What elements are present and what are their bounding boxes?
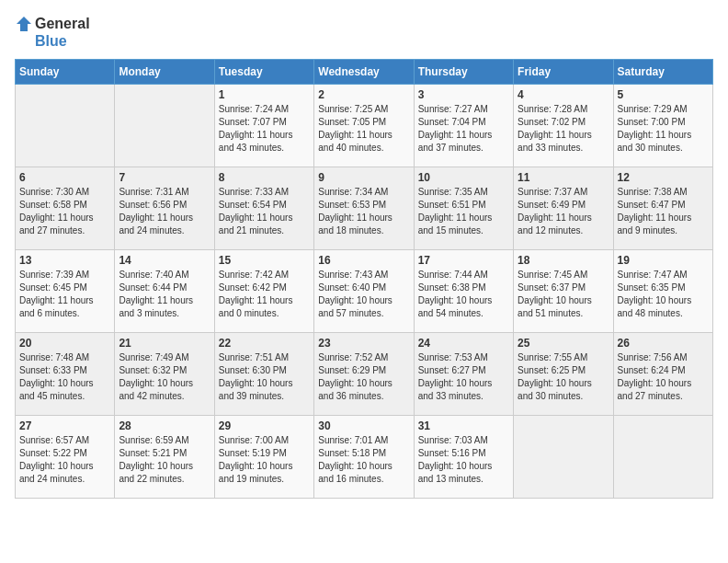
day-content: Sunrise: 6:59 AM Sunset: 5:21 PM Dayligh… (119, 434, 210, 486)
day-number: 31 (418, 419, 509, 432)
day-content: Sunrise: 7:56 AM Sunset: 6:24 PM Dayligh… (618, 351, 709, 403)
day-content: Sunrise: 7:31 AM Sunset: 6:56 PM Dayligh… (119, 186, 210, 237)
day-content: Sunrise: 7:00 AM Sunset: 5:19 PM Dayligh… (219, 434, 310, 486)
calendar-cell: 12Sunrise: 7:38 AM Sunset: 6:47 PM Dayli… (613, 167, 712, 250)
calendar-week-row: 13Sunrise: 7:39 AM Sunset: 6:45 PM Dayli… (16, 250, 713, 333)
calendar-cell: 25Sunrise: 7:55 AM Sunset: 6:25 PM Dayli… (514, 333, 613, 416)
day-number: 17 (418, 254, 509, 267)
day-number: 19 (618, 254, 709, 267)
weekday-header-cell: Tuesday (214, 60, 313, 85)
day-number: 29 (219, 419, 310, 432)
day-number: 25 (518, 337, 609, 350)
calendar-cell: 7Sunrise: 7:31 AM Sunset: 6:56 PM Daylig… (115, 167, 214, 250)
calendar-cell: 11Sunrise: 7:37 AM Sunset: 6:49 PM Dayli… (514, 167, 613, 250)
day-content: Sunrise: 7:30 AM Sunset: 6:58 PM Dayligh… (19, 186, 110, 237)
logo-blue-text: Blue (35, 33, 67, 50)
weekday-header-cell: Monday (115, 60, 214, 85)
calendar-cell: 29Sunrise: 7:00 AM Sunset: 5:19 PM Dayli… (214, 416, 313, 499)
day-content: Sunrise: 7:03 AM Sunset: 5:16 PM Dayligh… (418, 434, 509, 486)
calendar-table: SundayMondayTuesdayWednesdayThursdayFrid… (15, 59, 713, 499)
day-number: 28 (119, 419, 210, 432)
day-number: 13 (19, 254, 110, 267)
day-number: 4 (518, 88, 609, 101)
calendar-cell: 22Sunrise: 7:51 AM Sunset: 6:30 PM Dayli… (214, 333, 313, 416)
weekday-header-row: SundayMondayTuesdayWednesdayThursdayFrid… (16, 60, 713, 85)
day-content: Sunrise: 7:42 AM Sunset: 6:42 PM Dayligh… (219, 269, 310, 320)
calendar-cell (613, 416, 712, 499)
calendar-cell: 14Sunrise: 7:40 AM Sunset: 6:44 PM Dayli… (115, 250, 214, 333)
day-number: 7 (119, 171, 210, 184)
calendar-week-row: 20Sunrise: 7:48 AM Sunset: 6:33 PM Dayli… (16, 333, 713, 416)
calendar-cell: 8Sunrise: 7:33 AM Sunset: 6:54 PM Daylig… (214, 167, 313, 250)
day-number: 20 (19, 337, 110, 350)
day-number: 8 (219, 171, 310, 184)
day-number: 22 (219, 337, 310, 350)
day-content: Sunrise: 7:55 AM Sunset: 6:25 PM Dayligh… (518, 351, 609, 403)
logo: General Blue (15, 15, 90, 50)
calendar-cell: 19Sunrise: 7:47 AM Sunset: 6:35 PM Dayli… (613, 250, 712, 333)
calendar-cell: 6Sunrise: 7:30 AM Sunset: 6:58 PM Daylig… (16, 167, 115, 250)
logo-text: General (15, 15, 90, 33)
day-number: 9 (318, 171, 409, 184)
calendar-cell: 9Sunrise: 7:34 AM Sunset: 6:53 PM Daylig… (314, 167, 414, 250)
day-number: 24 (418, 337, 509, 350)
calendar-cell: 3Sunrise: 7:27 AM Sunset: 7:04 PM Daylig… (414, 85, 513, 167)
calendar-cell: 5Sunrise: 7:29 AM Sunset: 7:00 PM Daylig… (613, 85, 712, 167)
day-number: 30 (318, 419, 409, 432)
day-content: Sunrise: 7:38 AM Sunset: 6:47 PM Dayligh… (618, 186, 709, 237)
calendar-cell: 4Sunrise: 7:28 AM Sunset: 7:02 PM Daylig… (514, 85, 613, 167)
day-number: 15 (219, 254, 310, 267)
calendar-cell: 1Sunrise: 7:24 AM Sunset: 7:07 PM Daylig… (214, 85, 313, 167)
logo-bird-icon (15, 15, 33, 33)
calendar-cell: 16Sunrise: 7:43 AM Sunset: 6:40 PM Dayli… (314, 250, 414, 333)
calendar-cell (115, 85, 214, 167)
weekday-header-cell: Sunday (16, 60, 115, 85)
day-content: Sunrise: 7:44 AM Sunset: 6:38 PM Dayligh… (418, 269, 509, 320)
day-number: 21 (119, 337, 210, 350)
calendar-cell: 10Sunrise: 7:35 AM Sunset: 6:51 PM Dayli… (414, 167, 513, 250)
day-content: Sunrise: 7:47 AM Sunset: 6:35 PM Dayligh… (618, 269, 709, 320)
calendar-cell: 21Sunrise: 7:49 AM Sunset: 6:32 PM Dayli… (115, 333, 214, 416)
calendar-cell: 23Sunrise: 7:52 AM Sunset: 6:29 PM Dayli… (314, 333, 414, 416)
day-number: 23 (318, 337, 409, 350)
calendar-cell: 30Sunrise: 7:01 AM Sunset: 5:18 PM Dayli… (314, 416, 414, 499)
day-number: 2 (318, 88, 409, 101)
day-content: Sunrise: 7:29 AM Sunset: 7:00 PM Dayligh… (618, 103, 709, 155)
calendar-cell: 17Sunrise: 7:44 AM Sunset: 6:38 PM Dayli… (414, 250, 513, 333)
day-content: Sunrise: 6:57 AM Sunset: 5:22 PM Dayligh… (19, 434, 110, 486)
day-number: 1 (219, 88, 310, 101)
day-content: Sunrise: 7:51 AM Sunset: 6:30 PM Dayligh… (219, 351, 310, 403)
day-number: 5 (618, 88, 709, 101)
calendar-week-row: 6Sunrise: 7:30 AM Sunset: 6:58 PM Daylig… (16, 167, 713, 250)
day-number: 3 (418, 88, 509, 101)
day-number: 16 (318, 254, 409, 267)
logo-general-text: General (35, 16, 90, 32)
day-number: 6 (19, 171, 110, 184)
day-content: Sunrise: 7:25 AM Sunset: 7:05 PM Dayligh… (318, 103, 409, 155)
calendar-cell: 15Sunrise: 7:42 AM Sunset: 6:42 PM Dayli… (214, 250, 313, 333)
day-content: Sunrise: 7:35 AM Sunset: 6:51 PM Dayligh… (418, 186, 509, 237)
calendar-cell: 24Sunrise: 7:53 AM Sunset: 6:27 PM Dayli… (414, 333, 513, 416)
day-content: Sunrise: 7:34 AM Sunset: 6:53 PM Dayligh… (318, 186, 409, 237)
day-number: 12 (618, 171, 709, 184)
calendar-body: 1Sunrise: 7:24 AM Sunset: 7:07 PM Daylig… (16, 85, 713, 499)
day-content: Sunrise: 7:24 AM Sunset: 7:07 PM Dayligh… (219, 103, 310, 155)
calendar-cell (514, 416, 613, 499)
calendar-cell (16, 85, 115, 167)
day-content: Sunrise: 7:52 AM Sunset: 6:29 PM Dayligh… (318, 351, 409, 403)
calendar-cell: 13Sunrise: 7:39 AM Sunset: 6:45 PM Dayli… (16, 250, 115, 333)
day-content: Sunrise: 7:53 AM Sunset: 6:27 PM Dayligh… (418, 351, 509, 403)
day-content: Sunrise: 7:33 AM Sunset: 6:54 PM Dayligh… (219, 186, 310, 237)
calendar-cell: 28Sunrise: 6:59 AM Sunset: 5:21 PM Dayli… (115, 416, 214, 499)
weekday-header-cell: Thursday (414, 60, 513, 85)
calendar-week-row: 27Sunrise: 6:57 AM Sunset: 5:22 PM Dayli… (16, 416, 713, 499)
calendar-week-row: 1Sunrise: 7:24 AM Sunset: 7:07 PM Daylig… (16, 85, 713, 167)
weekday-header-cell: Friday (514, 60, 613, 85)
day-content: Sunrise: 7:28 AM Sunset: 7:02 PM Dayligh… (518, 103, 609, 155)
day-content: Sunrise: 7:27 AM Sunset: 7:04 PM Dayligh… (418, 103, 509, 155)
day-number: 10 (418, 171, 509, 184)
day-content: Sunrise: 7:37 AM Sunset: 6:49 PM Dayligh… (518, 186, 609, 237)
day-content: Sunrise: 7:48 AM Sunset: 6:33 PM Dayligh… (19, 351, 110, 403)
page-header: General Blue (15, 15, 713, 50)
calendar-cell: 26Sunrise: 7:56 AM Sunset: 6:24 PM Dayli… (613, 333, 712, 416)
